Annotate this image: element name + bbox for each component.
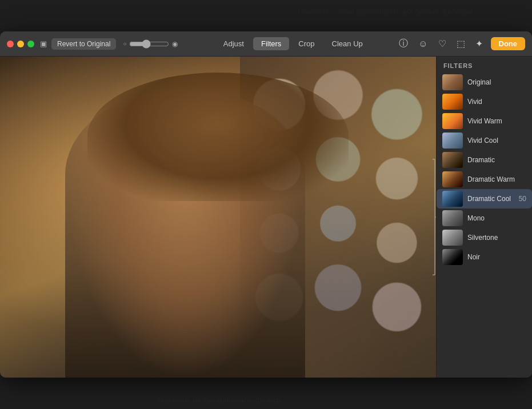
tab-adjust[interactable]: Adjust [215, 37, 252, 50]
filter-item-dramatic[interactable]: Dramatic [437, 150, 532, 170]
emoji-button[interactable]: ☺ [416, 38, 430, 50]
filter-item-mono[interactable]: Mono [437, 208, 532, 228]
filter-item-vivid-warm[interactable]: Vivid Warm [437, 111, 532, 131]
filter-thumb-vivid-cool [442, 133, 463, 149]
tab-crop[interactable]: Crop [290, 37, 322, 50]
slider-max-icon: ◉ [172, 40, 178, 48]
filters-list: OriginalVividVivid WarmVivid CoolDramati… [437, 73, 532, 378]
settings-button[interactable]: ✦ [473, 37, 485, 50]
filter-item-vivid-cool[interactable]: Vivid Cool [437, 131, 532, 150]
filter-item-original[interactable]: Original [437, 73, 532, 92]
done-button[interactable]: Done [491, 37, 526, 50]
filter-label: Dramatic [467, 156, 526, 164]
filters-sidebar: FILTERS OriginalVividVivid WarmVivid Coo… [436, 57, 532, 378]
filter-thumb-mono [442, 210, 463, 226]
minimize-button[interactable] [17, 41, 24, 47]
info-button[interactable]: ⓘ [397, 37, 410, 51]
hair-overlay [87, 73, 349, 201]
filter-thumb-silvertone [442, 230, 463, 246]
tab-filters[interactable]: Filters [253, 37, 289, 50]
filter-thumb-dramatic-warm [442, 171, 463, 187]
filter-item-silvertone[interactable]: Silvertone [437, 228, 532, 247]
filter-thumb-vivid [442, 94, 463, 110]
filter-thumb-noir [442, 249, 463, 265]
filter-item-vivid[interactable]: Vivid [437, 92, 532, 111]
close-button[interactable] [7, 41, 14, 47]
annotation-top: Нажмите, чтобы просмотреть доступные фил… [240, 6, 532, 17]
revert-to-original-button[interactable]: Revert to Original [51, 38, 116, 50]
traffic-lights [7, 41, 34, 47]
filter-thumb-dramatic-cool [442, 191, 463, 207]
zoom-slider[interactable] [129, 39, 169, 49]
filter-item-dramatic-cool[interactable]: Dramatic Cool50 [437, 189, 532, 208]
filter-label: Dramatic Cool [467, 195, 512, 203]
view-toggle-icon[interactable]: ▣ [40, 39, 47, 48]
nav-tabs: Adjust Filters Crop Clean Up [189, 37, 397, 50]
filter-value: 50 [519, 195, 526, 203]
filter-label: Vivid Cool [467, 137, 526, 145]
filter-thumb-vivid-warm [442, 113, 463, 129]
photo-area [0, 57, 436, 378]
annotation-bottom: Нажмите, чтобы применить фильтр. [0, 396, 441, 404]
photo-canvas [0, 57, 436, 378]
filter-item-noir[interactable]: Noir [437, 247, 532, 267]
filter-label: Vivid [467, 98, 526, 106]
tab-cleanup[interactable]: Clean Up [324, 37, 371, 50]
filter-label: Original [467, 78, 526, 86]
heart-button[interactable]: ♡ [436, 37, 449, 50]
toolbar-right: ⓘ ☺ ♡ ⬚ ✦ Done [397, 37, 525, 51]
filter-label: Silvertone [467, 234, 526, 242]
titlebar: ▣ Revert to Original ○ ◉ Adjust Filters … [0, 31, 532, 57]
app-window: ▣ Revert to Original ○ ◉ Adjust Filters … [0, 31, 532, 378]
share-button[interactable]: ⬚ [454, 37, 467, 50]
filter-label: Mono [467, 214, 526, 222]
slider-min-icon: ○ [123, 41, 126, 47]
filter-label: Dramatic Warm [467, 175, 526, 183]
filter-thumb-original [442, 74, 463, 90]
zoom-slider-area: ○ ◉ [123, 39, 178, 49]
filter-label: Vivid Warm [467, 117, 526, 125]
filters-title: FILTERS [437, 57, 532, 73]
maximize-button[interactable] [27, 41, 34, 47]
main-content: FILTERS OriginalVividVivid WarmVivid Coo… [0, 57, 532, 378]
filter-item-dramatic-warm[interactable]: Dramatic Warm [437, 170, 532, 189]
filter-thumb-dramatic [442, 152, 463, 168]
filter-label: Noir [467, 253, 526, 261]
